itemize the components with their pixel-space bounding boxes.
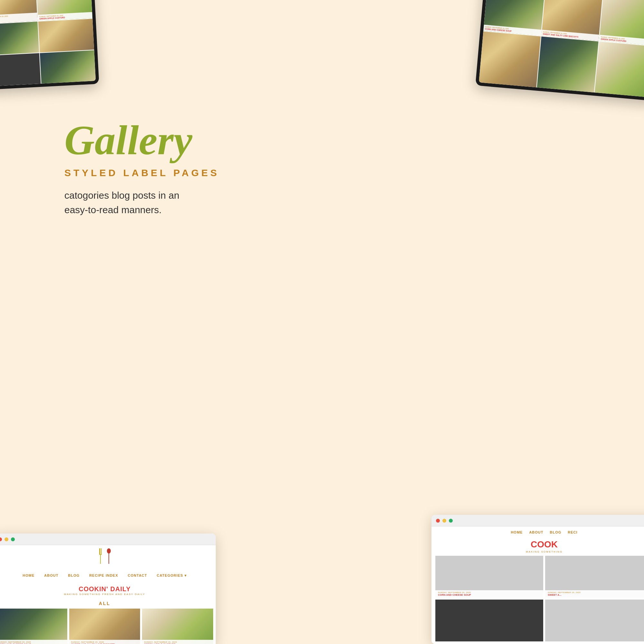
dot-yellow-right [442,519,446,523]
dot-red-left [0,537,2,541]
tablet-tr-grid: SUNDAY, SEPTEMBER 20, 2020 CORN AND CHEE… [479,0,644,98]
svg-rect-6 [109,553,109,564]
spoon-icon [107,548,111,564]
tablet-cell-5 [0,53,41,87]
tablet-cell-6 [40,50,96,84]
browser-bottom-left: HOME ABOUT BLOG RECIPE INDEX CONTACT CAT… [0,534,216,644]
browser-body-left: HOME ABOUT BLOG RECIPE INDEX CONTACT CAT… [0,545,216,644]
food-card-biscotti: SUNDAY, SEPTEMBER 20, 2020 SWEET AND SAL… [69,609,140,644]
right-nav-about[interactable]: AbouT [529,530,543,534]
right-nav-blog[interactable]: BLOG [550,530,562,534]
food-card-soup: SUNDAY, SEPTEMBER 20, 2020 CORN AND CHEE… [0,609,67,644]
food-card-soup-overlay: SUNDAY, SEPTEMBER 20, 2020 CORN AND CHEE… [0,640,67,644]
svg-rect-2 [99,548,100,555]
site-tagline: MAKING SOMETHING FRESH AND EASY DAILY [0,593,216,596]
tr-cell-4 [479,31,541,87]
fork-icon [98,548,103,564]
nav-about[interactable]: ABOUT [44,573,58,578]
svg-point-5 [107,548,111,554]
right-food-grid: SUNDAY, SEPTEMBER 20, 2020 CORN AND CHEE… [431,556,644,644]
fork-spoon-icons [0,548,216,564]
styled-label-pages: STYLED LABEL PAGES [64,167,219,178]
tr-cell-2: SUNDAY, SEPTEMBER 20, 2020 SWEET AND SAL… [541,0,603,41]
site-title-area: COOKIN' DAILY MAKING SOMETHING FRESH AND… [0,582,216,598]
right-site-title: COOK [431,538,644,550]
right-nav-reci[interactable]: RECI [568,530,577,534]
browser-body-right: HOME AbouT BLOG RECI COOK MAKING SOMETHI… [431,526,644,644]
right-soup-title: CORN AND CHEESE SOUP [438,593,541,596]
food-grid: SUNDAY, SEPTEMBER 20, 2020 CORN AND CHEE… [0,609,216,644]
tablet-cell-3 [0,22,39,55]
tablet-tr-screen: SUNDAY, SEPTEMBER 20, 2020 CORN AND CHEE… [479,0,644,98]
svg-rect-1 [101,548,102,555]
food-card-biscotti-overlay: SUNDAY, SEPTEMBER 20, 2020 SWEET AND SAL… [69,640,140,644]
food-card-custard: SUNDAY, SEPTEMBER 20, 2020 GREEN APPLE C… [142,609,213,644]
right-card-custard [545,600,644,641]
dot-green-left [11,537,15,541]
svg-rect-4 [100,554,101,564]
right-card-dark [435,600,543,641]
nav-blog[interactable]: BLOG [68,573,80,578]
desc-line1: catogories blog posts in an [64,190,179,201]
right-site-subtitle: MAKING SOMETHING [431,550,644,556]
site-nav-left: HOME ABOUT BLOG RECIPE INDEX CONTACT CAT… [0,569,216,582]
tr-cell-3: SUNDAY, SEPTEMBER 20, 2020 GREEN APPLE C… [599,0,644,46]
site-title: COOKIN' DAILY [0,585,216,593]
tablet-top-left: SUNDAY, SEPTEMBER 20, 2020 SALTY LIMEBIS… [0,0,99,90]
tr-cell-5 [537,36,599,92]
tablet-cell-1: SUNDAY, SEPTEMBER 20, 2020 SALTY LIMEBIS… [0,0,37,24]
desc-line2: easy-to-read manners. [64,204,162,215]
tablet-top-right: SUNDAY, SEPTEMBER 20, 2020 CORN AND CHEE… [475,0,644,101]
dot-red-right [436,519,440,523]
dot-yellow-left [5,537,8,541]
right-nav-home[interactable]: HOME [511,530,523,534]
tablet-tl-grid: SUNDAY, SEPTEMBER 20, 2020 SALTY LIMEBIS… [0,0,96,87]
right-overlay-soup: SUNDAY, SEPTEMBER 20, 2020 CORN AND CHEE… [435,590,543,598]
browser-bar-right [431,515,644,526]
tr-cell-1: SUNDAY, SEPTEMBER 20, 2020 CORN AND CHEE… [483,0,545,36]
svg-rect-0 [100,548,100,555]
right-biscotti-title: SWEET A... [548,593,644,596]
tablet-cell-2: SUNDAY, SEPTEMBER 20, 2020 GREEN APPLE C… [36,0,92,21]
nav-home[interactable]: HOME [23,573,34,578]
gallery-description: catogories blog posts in an easy-to-read… [64,188,219,217]
tablet-cell-4 [38,19,94,52]
gallery-title: Gallery [64,119,219,161]
food-card-custard-overlay: SUNDAY, SEPTEMBER 20, 2020 GREEN APPLE C… [142,640,213,644]
right-card-biscotti: SUNDAY, SEPTEMBER 20, 2020 SWEET A... [545,556,644,598]
dot-green-right [449,519,453,523]
right-overlay-biscotti: SUNDAY, SEPTEMBER 20, 2020 SWEET A... [545,590,644,598]
nav-categories[interactable]: CATEGORIES ▾ [157,573,187,578]
nav-contact[interactable]: CONTACT [128,573,147,578]
browser-bar-left [0,534,216,545]
all-label: ALL [0,598,216,609]
tablet-tl-screen: SUNDAY, SEPTEMBER 20, 2020 SALTY LIMEBIS… [0,0,96,87]
nav-recipe-index[interactable]: RECIPE INDEX [89,573,118,578]
page-wrapper: SUNDAY, SEPTEMBER 20, 2020 SALTY LIMEBIS… [0,0,644,644]
browser-bottom-right: HOME AbouT BLOG RECI COOK MAKING SOMETHI… [431,515,644,644]
tr-cell-6 [595,42,644,98]
right-card-soup: SUNDAY, SEPTEMBER 20, 2020 CORN AND CHEE… [435,556,543,598]
right-site-nav: HOME AbouT BLOG RECI [431,526,644,538]
center-text-block: Gallery STYLED LABEL PAGES catogories bl… [64,119,219,217]
site-logo-area [0,545,216,569]
